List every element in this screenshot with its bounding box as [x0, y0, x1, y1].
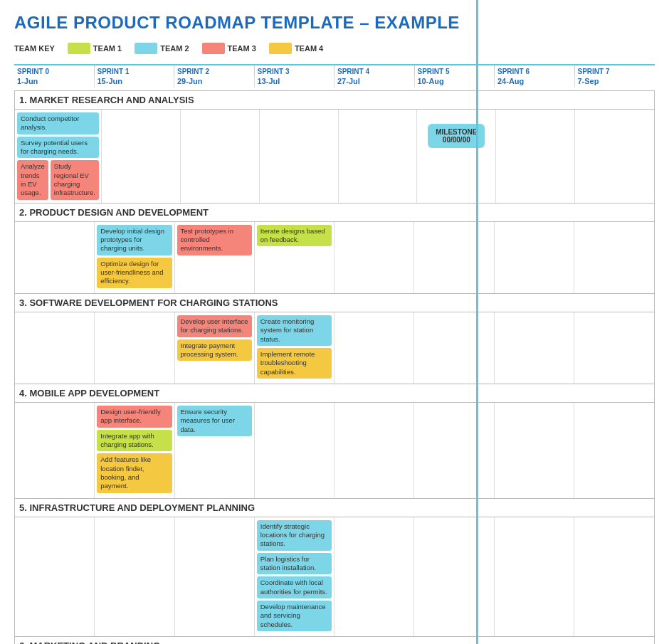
s3-cell6 [495, 312, 574, 384]
team3-color [202, 43, 225, 54]
s4-cell1: Design user-friendly app interface. Inte… [95, 403, 174, 498]
s3-task3: Integrate payment processing system. [177, 339, 252, 361]
s3-cell1 [95, 312, 174, 384]
section4: 4. MOBILE APP DEVELOPMENT Design user-fr… [14, 384, 655, 499]
section4-title: 4. MOBILE APP DEVELOPMENT [15, 384, 654, 403]
section5-title: 5. INFRASTRUCTURE AND DEPLOYMENT PLANNIN… [15, 499, 654, 517]
s4-task1: Design user-friendly app interface. [97, 406, 172, 428]
sprint3-label: SPRINT 3 [255, 65, 335, 76]
s1-cell2 [181, 110, 260, 203]
s4-task2: Integrate app with charging stations. [97, 430, 172, 452]
s3-cell0 [15, 312, 95, 384]
s1-cell4 [339, 110, 418, 203]
s3-task1: Develop user interface for charging stat… [177, 315, 252, 337]
s4-task4: Ensure security measures for user data. [177, 406, 252, 436]
sprint7-label: SPRINT 7 [575, 65, 655, 76]
s4-cell5 [414, 403, 494, 498]
s3-cell4 [334, 312, 414, 384]
s5-cell5 [414, 517, 494, 636]
s2-task4: Iterate designs based on feedback. [257, 225, 332, 247]
sprint5-date: 10-Aug [415, 76, 495, 88]
team4-entry: TEAM 4 [269, 43, 323, 54]
section2-body: Develop initial design prototypes for ch… [15, 222, 654, 293]
team2-color [135, 43, 157, 54]
sprint1-label: SPRINT 1 [95, 65, 175, 76]
section4-body: Design user-friendly app interface. Inte… [15, 403, 654, 498]
section1: 1. MARKET RESEARCH AND ANALYSIS Conduct … [14, 90, 655, 204]
s5-cell2 [175, 517, 255, 636]
section5: 5. INFRASTRUCTURE AND DEPLOYMENT PLANNIN… [14, 499, 655, 637]
team4-color [269, 43, 292, 54]
section3: 3. SOFTWARE DEVELOPMENT FOR CHARGING STA… [14, 294, 655, 384]
s2-cell2: Test prototypes in controlled environmen… [175, 222, 255, 293]
s4-cell4 [334, 403, 414, 498]
team1-color [68, 43, 90, 54]
s2-cell7 [574, 222, 654, 293]
s1-cell3 [260, 110, 339, 203]
s1-task4: Study regional EV charging infrastructur… [51, 160, 99, 199]
team4-label: TEAM 4 [295, 44, 323, 53]
team2-entry: TEAM 2 [135, 43, 189, 54]
s2-cell4 [334, 222, 414, 293]
s4-cell3 [255, 403, 334, 498]
s1-cell7 [575, 110, 654, 203]
team2-label: TEAM 2 [160, 44, 189, 53]
team3-entry: TEAM 3 [202, 43, 256, 54]
sprint4-label: SPRINT 4 [334, 65, 415, 76]
s4-cell7 [574, 403, 654, 498]
team-key: TEAM KEY TEAM 1 TEAM 2 TEAM 3 TEAM 4 [14, 43, 655, 54]
s1-cell6 [496, 110, 575, 203]
s5-task2: Plan logistics for station installation. [257, 553, 332, 575]
sprint-header: SPRINT 0 SPRINT 1 SPRINT 2 SPRINT 3 SPRI… [14, 64, 655, 76]
s2-cell5 [414, 222, 494, 293]
s4-cell0 [15, 403, 95, 498]
s5-cell6 [495, 517, 574, 636]
s2-cell0 [15, 222, 95, 293]
s3-task2: Create monitoring system for station sta… [257, 315, 332, 346]
timeline-line [476, 0, 478, 644]
sprint7-date: 7-Sep [575, 76, 655, 88]
s2-task1: Develop initial design prototypes for ch… [97, 225, 172, 255]
team1-entry: TEAM 1 [68, 43, 122, 54]
page-title: AGILE PRODUCT ROADMAP TEMPLATE – EXAMPLE [14, 13, 655, 33]
sprint4-date: 27-Jul [334, 76, 415, 88]
sprint2-date: 29-Jun [174, 76, 255, 88]
sprint0-label: SPRINT 0 [14, 65, 95, 76]
s4-task3: Add features like location finder, booki… [97, 453, 172, 492]
sprint3-date: 13-Jul [255, 76, 335, 88]
s5-cell4 [334, 517, 414, 636]
sprint6-date: 24-Aug [495, 76, 575, 88]
s1-task3: Analyze trends in EV usage. [17, 160, 48, 199]
sprint0-date: 1-Jun [14, 76, 95, 88]
team-key-label: TEAM KEY [14, 44, 55, 53]
s3-cell3: Create monitoring system for station sta… [255, 312, 334, 384]
s5-cell3: Identify strategic locations for chargin… [255, 517, 334, 636]
sprint2-label: SPRINT 2 [174, 65, 255, 76]
section3-body: Develop user interface for charging stat… [15, 312, 654, 384]
s2-cell1: Develop initial design prototypes for ch… [95, 222, 174, 293]
page: AGILE PRODUCT ROADMAP TEMPLATE – EXAMPLE… [0, 0, 669, 644]
section6-title: 6. MARKETING AND BRANDING [15, 637, 654, 644]
s5-task4: Develop maintenance and servicing schedu… [257, 601, 332, 631]
s5-cell1 [95, 517, 174, 636]
section3-title: 3. SOFTWARE DEVELOPMENT FOR CHARGING STA… [15, 294, 654, 312]
team1-label: TEAM 1 [93, 44, 122, 53]
section5-body: Identify strategic locations for chargin… [15, 517, 654, 636]
s1-cell5: MILESTONE00/00/00 [417, 110, 496, 203]
s5-cell7 [574, 517, 654, 636]
section2: 2. PRODUCT DESIGN AND DEVELOPMENT Develo… [14, 204, 655, 294]
s5-task3: Coordinate with local authorities for pe… [257, 576, 332, 598]
sprint6-label: SPRINT 6 [495, 65, 575, 76]
section1-title: 1. MARKET RESEARCH AND ANALYSIS [15, 91, 654, 110]
s3-cell7 [574, 312, 654, 384]
s1-task1: Conduct competitor analysis. [17, 112, 99, 134]
s2-task3: Test prototypes in controlled environmen… [177, 225, 252, 255]
sprint5-label: SPRINT 5 [415, 65, 495, 76]
team3-label: TEAM 3 [228, 44, 256, 53]
s1-task2: Survey potential users for charging need… [17, 137, 99, 159]
s1-cell0: Conduct competitor analysis. Survey pote… [15, 110, 102, 203]
section1-body: Conduct competitor analysis. Survey pote… [15, 110, 654, 203]
s5-task1: Identify strategic locations for chargin… [257, 520, 332, 551]
s3-cell5 [414, 312, 494, 384]
s4-cell6 [495, 403, 574, 498]
